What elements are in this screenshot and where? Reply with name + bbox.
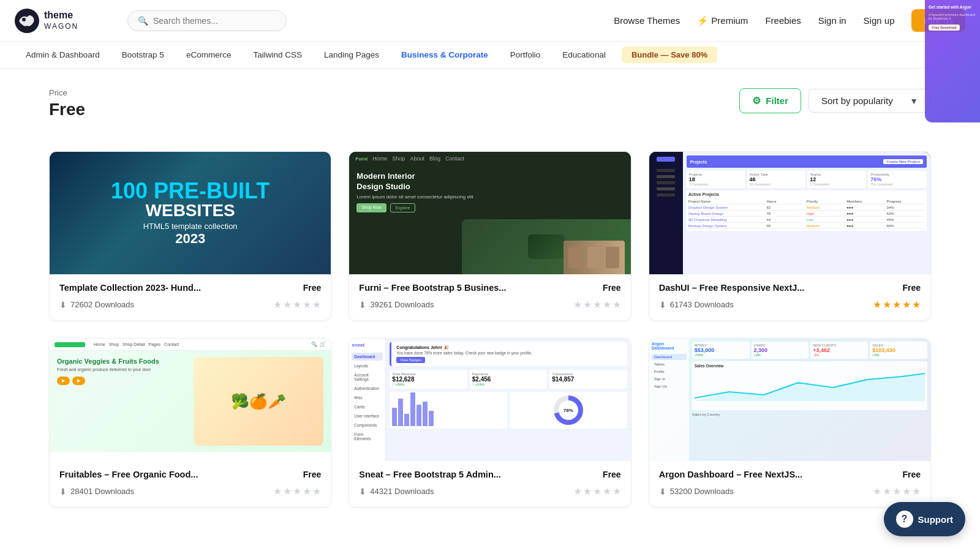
theme-price: Free	[603, 470, 621, 479]
star-rating: ★★★★★	[273, 485, 321, 497]
theme-title: Template Collection 2023- Hund...	[59, 283, 201, 293]
logo-icon	[15, 9, 39, 33]
download-icon: ⬇	[359, 300, 366, 310]
svg-point-1	[22, 18, 26, 21]
search-input[interactable]	[153, 16, 276, 26]
cat-tailwind[interactable]: Tailwind CSS	[242, 42, 313, 69]
cat-landing-pages[interactable]: Landing Pages	[313, 42, 390, 69]
theme-title: Sneat – Free Bootstrap 5 Admin...	[359, 470, 501, 479]
logo-text: theme WAGON	[44, 10, 78, 31]
theme-card[interactable]: HomeShopShop DetailPagesContact 🔍🛒 Organ…	[49, 338, 331, 508]
theme-price: Free	[902, 283, 921, 293]
star-rating: ★★★★★	[273, 299, 321, 310]
support-widget[interactable]: ? Support	[884, 502, 966, 527]
download-count: ⬇ 44321 Downloads	[359, 487, 434, 497]
logo[interactable]: theme WAGON	[15, 9, 113, 33]
download-icon: ⬇	[59, 300, 67, 310]
nav-sign-up[interactable]: Sign up	[864, 15, 895, 26]
filter-button[interactable]: ⚙ Filter	[739, 88, 801, 113]
cat-business-corporate[interactable]: Business & Corporate	[390, 42, 499, 69]
download-icon: ⬇	[59, 487, 67, 497]
star-rating: ★★★★★	[873, 485, 921, 497]
theme-card[interactable]: Projects Create New Project Projects182 …	[649, 151, 931, 321]
download-icon: ⬇	[659, 300, 666, 310]
cat-portfolio[interactable]: Portfolio	[499, 42, 552, 69]
bundle-badge[interactable]: Bundle — Save 80%	[622, 47, 717, 63]
theme-price: Free	[902, 470, 921, 479]
theme-price: Free	[603, 283, 621, 293]
card4-image: HomeShopShop DetailPagesContact 🔍🛒 Organ…	[50, 339, 331, 461]
nav-premium[interactable]: ⚡ Premium	[697, 15, 748, 26]
card3-image: Projects Create New Project Projects182 …	[649, 152, 930, 274]
price-heading: Free	[49, 100, 85, 119]
card6-image: Argon Dashboard Dashboard Tables Profile…	[649, 339, 930, 461]
search-icon: 🔍	[138, 16, 148, 26]
theme-card[interactable]: sneat Dashboard Layouts Account Settings…	[349, 338, 631, 508]
theme-price: Free	[303, 470, 322, 479]
support-icon: ?	[896, 511, 913, 527]
nav-sign-in[interactable]: Sign in	[818, 15, 846, 26]
star-rating: ★★★★★	[873, 299, 921, 310]
theme-grid: 100 PRE-BUILT WEBSITES HTML5 template co…	[49, 151, 931, 508]
download-count: ⬇ 39261 Downloads	[359, 300, 434, 310]
header-nav: Browse Themes ⚡ Premium Freebies Sign in…	[614, 9, 965, 32]
theme-card[interactable]: 100 PRE-BUILT WEBSITES HTML5 template co…	[49, 151, 331, 321]
search-bar[interactable]: 🔍	[127, 10, 287, 31]
theme-title: Fruitables – Free Organic Food...	[59, 470, 198, 479]
download-count: ⬇ 61743 Downloads	[659, 300, 734, 310]
cat-ecommerce[interactable]: eCommerce	[175, 42, 243, 69]
download-count: ⬇ 53200 Downloads	[659, 487, 734, 497]
category-nav: Admin & Dashboard Bootstrap 5 eCommerce …	[0, 42, 980, 69]
download-icon: ⬇	[359, 487, 366, 497]
download-count: ⬇ 72602 Downloads	[59, 300, 134, 310]
theme-title: Furni – Free Bootstrap 5 Busines...	[359, 283, 506, 293]
download-count: ⬇ 28401 Downloads	[59, 487, 134, 497]
theme-card[interactable]: Argon Dashboard Dashboard Tables Profile…	[649, 338, 931, 508]
theme-title: DashUI – Free Responsive NextJ...	[659, 283, 805, 293]
star-rating: ★★★★★	[573, 299, 621, 310]
price-label: Price	[49, 88, 85, 97]
cat-bootstrap5[interactable]: Bootstrap 5	[111, 42, 175, 69]
card2-image: Furni HomeShopAboutBlogContact Modern In…	[349, 152, 630, 274]
theme-card[interactable]: Furni HomeShopAboutBlogContact Modern In…	[349, 151, 631, 321]
sort-dropdown[interactable]: Sort by popularity ▼	[809, 89, 931, 113]
theme-price: Free	[303, 283, 322, 293]
nav-browse-themes[interactable]: Browse Themes	[614, 15, 680, 26]
cat-educational[interactable]: Educational	[551, 42, 617, 69]
filter-icon: ⚙	[752, 95, 761, 107]
chevron-down-icon: ▼	[910, 96, 918, 106]
main-content: Price Free ⚙ Filter Sort by popularity ▼…	[0, 69, 980, 527]
theme-title: Argon Dashboard – Free NextJS...	[659, 470, 802, 479]
toolbar: ⚙ Filter Sort by popularity ▼	[739, 88, 931, 113]
lightning-icon: ⚡	[697, 15, 709, 26]
header: theme WAGON 🔍 Browse Themes ⚡ Premium Fr…	[0, 0, 980, 42]
nav-freebies[interactable]: Freebies	[765, 15, 801, 26]
cat-admin-dashboard[interactable]: Admin & Dashboard	[15, 42, 111, 69]
star-rating: ★★★★★	[573, 485, 621, 497]
card5-image: sneat Dashboard Layouts Account Settings…	[349, 339, 630, 461]
card1-image: 100 PRE-BUILT WEBSITES HTML5 template co…	[111, 180, 270, 247]
download-icon: ⬇	[659, 487, 666, 497]
